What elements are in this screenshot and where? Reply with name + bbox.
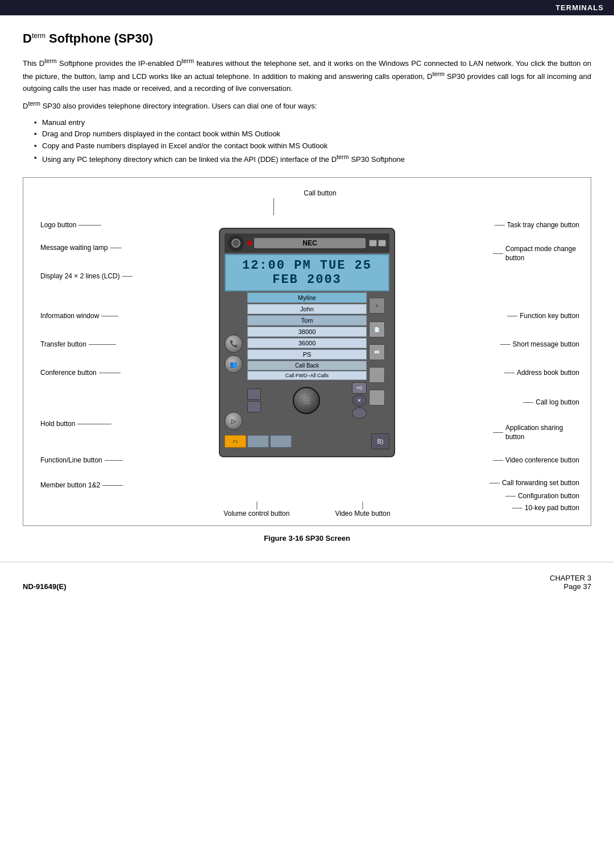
- phone-top-bar: NEC: [225, 233, 389, 253]
- nec-label: NEC: [254, 238, 366, 248]
- short-message-button[interactable]: 📄: [369, 322, 385, 337]
- task-tray-button[interactable]: [378, 240, 386, 247]
- call-log-button[interactable]: [369, 367, 385, 383]
- right-function-buttons: ≡ 📄 📖: [369, 293, 389, 430]
- conference-button[interactable]: 👥: [225, 355, 243, 373]
- label-call-forwarding: Call forwarding set button: [489, 479, 579, 487]
- volume-control-label: Volume control button: [223, 502, 289, 518]
- label-function-line: Function/Line button: [40, 456, 123, 464]
- figure-container: Call button Logo button Message waiting …: [23, 177, 591, 526]
- hold-button[interactable]: ▷: [225, 412, 243, 430]
- myline-button[interactable]: Myline: [247, 293, 367, 303]
- bullet-list: Manual entry Drag and Drop numbers displ…: [34, 117, 591, 166]
- logo-button[interactable]: [228, 235, 244, 251]
- call-button-label: Call button: [304, 189, 336, 197]
- label-10key: 10-key pad button: [512, 504, 579, 512]
- center-area: Myline John Tom 38000 36000 PS: [247, 293, 367, 430]
- bullet-item-4: Using any PC telephony directory which c…: [34, 152, 591, 166]
- num-38000-button[interactable]: 38000: [247, 327, 367, 337]
- label-member-button: Member button 1&2: [40, 481, 123, 489]
- call-back-button[interactable]: Call Back: [247, 361, 367, 370]
- label-app-sharing: Application sharing button: [493, 424, 579, 441]
- label-task-tray: Task tray change button: [495, 221, 579, 229]
- compact-mode-button[interactable]: [369, 240, 377, 247]
- header-bar: TERMINALS: [0, 0, 614, 15]
- function-line-buttons: F1: [225, 435, 292, 448]
- title-suffix: Softphone (SP30): [45, 31, 153, 45]
- label-compact-mode: Compact mode change button: [493, 245, 579, 262]
- fn-line-btn-1[interactable]: F1: [225, 435, 246, 448]
- transfer-button[interactable]: 📞: [225, 335, 243, 353]
- phone-bottom: F1 B): [225, 433, 389, 449]
- fn-line-btn-2[interactable]: [247, 435, 269, 448]
- page-footer: ND-91649(E) CHAPTER 3 Page 37: [0, 562, 614, 600]
- label-hold-button: Hold button: [40, 420, 111, 428]
- bullet-item-2: Drag and Drop numbers displayed in the c…: [34, 128, 591, 140]
- body-paragraph-2: Dterm SP30 also provides telephone direc…: [23, 99, 591, 112]
- label-short-message: Short message button: [500, 340, 579, 348]
- john-button[interactable]: John: [247, 304, 367, 314]
- label-display: Display 24 × 2 lines (LCD): [40, 272, 132, 280]
- call-fwd-button[interactable]: Call FWD−All Calls: [247, 371, 367, 380]
- label-logo-button: Logo button: [40, 221, 101, 229]
- logo-dot: [231, 239, 240, 248]
- body-paragraph-1: This Dterm Softphone provides the IP-ena…: [23, 56, 591, 94]
- ps-button[interactable]: PS: [247, 349, 367, 360]
- footer-left: ND-91649(E): [23, 582, 67, 591]
- lcd-display: 12:00 PM TUE 25 FEB 2003: [225, 254, 389, 291]
- nav-up-button[interactable]: [247, 389, 261, 400]
- extra-btn-3[interactable]: [352, 407, 367, 419]
- video-conference-button[interactable]: B): [371, 433, 389, 449]
- video-mute-label: Video Mute button: [335, 502, 390, 518]
- footer-page: Page 37: [550, 582, 591, 591]
- tom-button[interactable]: Tom: [247, 315, 367, 326]
- bullet-item-1: Manual entry: [34, 117, 591, 129]
- label-message-waiting: Message waiting lamp: [40, 244, 122, 252]
- phone-main: 📞 👥 ▷: [225, 293, 389, 430]
- left-buttons: 📞 👥 ▷: [225, 293, 245, 430]
- num-36000-button[interactable]: 36000: [247, 338, 367, 348]
- title-superscript: term: [32, 32, 45, 40]
- label-conference-button: Conference button: [40, 369, 121, 377]
- dial-button[interactable]: ⊞: [293, 387, 320, 414]
- nav-down-button[interactable]: [247, 401, 261, 412]
- label-address-book: Address book button: [504, 369, 579, 377]
- bullet-item-3: Copy and Paste numbers displayed in Exce…: [34, 140, 591, 152]
- header-label: TERMINALS: [555, 3, 604, 12]
- function-key-button[interactable]: ≡: [369, 298, 385, 314]
- title-prefix: D: [23, 31, 32, 45]
- label-video-conference: Video conference button: [493, 456, 579, 464]
- lcd-text: 12:00 PM TUE 25 FEB 2003: [242, 258, 372, 287]
- top-right-buttons: [369, 240, 386, 247]
- app-sharing-button[interactable]: [369, 390, 385, 406]
- label-call-log: Call log button: [523, 398, 579, 406]
- bottom-labels: Volume control button Video Mute button: [223, 502, 390, 518]
- footer-chapter: CHAPTER 3: [550, 574, 591, 582]
- message-waiting-lamp: [247, 241, 252, 245]
- address-book-button[interactable]: 📖: [369, 344, 385, 360]
- figure-caption: Figure 3-16 SP30 Screen: [23, 534, 591, 542]
- fn-line-btn-3[interactable]: [270, 435, 292, 448]
- extra-btn-1[interactable]: +0: [352, 382, 367, 394]
- page-title: Dterm Softphone (SP30): [23, 31, 591, 46]
- extra-btn-2[interactable]: ✕: [352, 395, 367, 406]
- phone-ui: NEC 12:00 PM TUE 25 FEB 2003: [219, 228, 395, 457]
- main-content: Dterm Softphone (SP30) This Dterm Softph…: [0, 15, 614, 556]
- footer-right: CHAPTER 3 Page 37: [550, 574, 591, 591]
- label-function-key: Function key button: [507, 312, 579, 320]
- label-transfer-button: Transfer button: [40, 340, 116, 348]
- label-configuration: Configuration button: [505, 492, 579, 500]
- label-info-window: Information window: [40, 312, 118, 320]
